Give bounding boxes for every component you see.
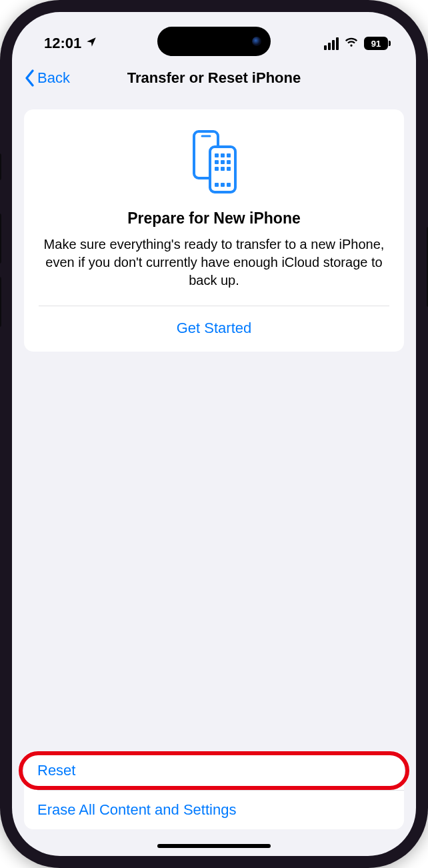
page-title: Transfer or Reset iPhone (127, 69, 301, 87)
iphone-device-frame: 12:01 91 (0, 0, 428, 868)
get-started-button[interactable]: Get Started (39, 306, 389, 352)
svg-rect-11 (227, 167, 231, 171)
location-icon (85, 35, 97, 52)
dynamic-island (157, 27, 271, 56)
svg-rect-3 (215, 153, 219, 157)
svg-rect-6 (215, 160, 219, 164)
home-indicator[interactable] (157, 844, 271, 848)
volume-down-button (0, 277, 1, 327)
bottom-actions-group: Reset Erase All Content and Settings (24, 751, 404, 829)
svg-rect-13 (221, 183, 225, 187)
prepare-card: Prepare for New iPhone Make sure everyth… (24, 109, 404, 352)
svg-rect-7 (221, 160, 225, 164)
prepare-card-title: Prepare for New iPhone (127, 209, 300, 228)
transfer-devices-icon (187, 128, 241, 197)
svg-rect-8 (227, 160, 231, 164)
volume-up-button (0, 213, 1, 264)
back-label: Back (37, 69, 70, 87)
content-area: Prepare for New iPhone Make sure everyth… (12, 97, 416, 751)
spacer (24, 352, 404, 751)
status-time: 12:01 (44, 35, 81, 52)
screen: 12:01 91 (12, 12, 416, 856)
battery-icon: 91 (364, 37, 391, 50)
svg-rect-10 (221, 167, 225, 171)
erase-all-button[interactable]: Erase All Content and Settings (24, 791, 404, 829)
svg-rect-12 (215, 183, 219, 187)
back-button[interactable]: Back (24, 69, 70, 87)
status-left: 12:01 (44, 35, 97, 52)
cellular-signal-icon (324, 37, 339, 50)
front-camera-icon (252, 37, 261, 46)
navigation-bar: Back Transfer or Reset iPhone (12, 59, 416, 97)
side-button (0, 153, 1, 180)
reset-button[interactable]: Reset (24, 751, 404, 790)
wifi-icon (344, 34, 359, 53)
svg-rect-14 (227, 183, 231, 187)
status-right: 91 (324, 34, 391, 53)
battery-percent: 91 (371, 39, 381, 49)
svg-rect-9 (215, 167, 219, 171)
prepare-card-description: Make sure everything's ready to transfer… (39, 236, 389, 290)
svg-rect-5 (227, 153, 231, 157)
svg-rect-4 (221, 153, 225, 157)
